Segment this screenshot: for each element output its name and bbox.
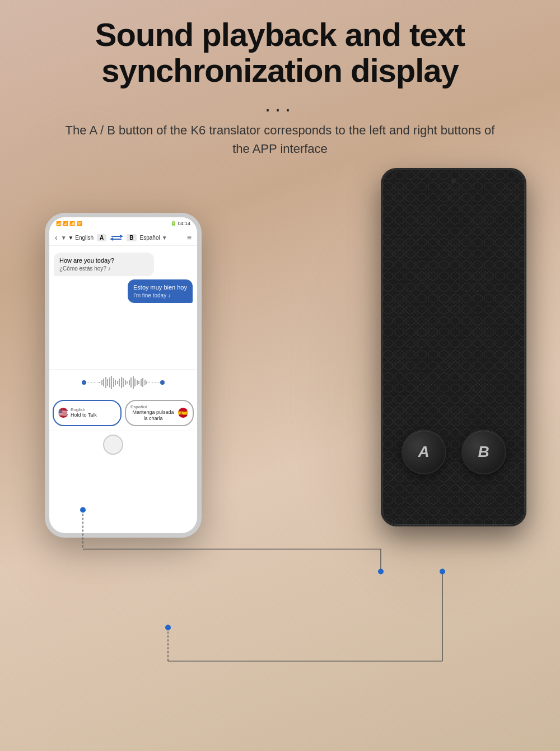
device-buttons: A B [382, 430, 525, 474]
language-a-selector[interactable]: ▼ ▼ English [61, 235, 94, 241]
lang-a-label: ▼ English [68, 235, 94, 241]
phone-body: 📶.📶.📶 🛜 🔋 04:14 ‹ ▼ ▼ English A [45, 213, 202, 538]
waveform [55, 374, 192, 391]
hold-to-talk-b[interactable]: Español Mantenga pulsada la charla 🇪🇸 [125, 400, 194, 426]
app-bottom-buttons: 🇺🇸 English Hold to Talk Español Mantenga… [49, 395, 197, 431]
lang-b-dropdown[interactable]: ▼ [162, 235, 167, 241]
hold-to-talk-a[interactable]: 🇺🇸 English Hold to Talk [53, 400, 122, 426]
message-left-1: How are you today? ¿Cómo estás hoy? ♪ [54, 253, 154, 276]
lang-b-label-btn: Español [130, 404, 176, 409]
menu-icon[interactable]: ≡ [187, 233, 192, 242]
lang-b-label: Español [140, 235, 160, 241]
msg-translation-r1: I'm fine today ♪ [133, 292, 187, 298]
hold-to-talk-b-label: Mantenga pulsada la charla [130, 409, 176, 422]
flag-es: 🇪🇸 [178, 408, 188, 418]
hold-to-talk-a-label: Hold to Talk [71, 412, 97, 418]
waveform-area [49, 369, 197, 395]
title-line1: Sound playback and text [95, 16, 465, 53]
svg-point-8 [165, 625, 171, 631]
dots-row: ... [34, 93, 526, 116]
language-b-selector[interactable]: Español ▼ [140, 235, 167, 241]
subtitle: The A / B button of the K6 translator co… [62, 121, 498, 158]
phone-container: 📶.📶.📶 🛜 🔋 04:14 ‹ ▼ ▼ English A [34, 190, 213, 560]
lang-a-label-btn: English [71, 407, 97, 412]
device-camera [451, 179, 456, 183]
title-line2: synchronization display [101, 52, 459, 88]
waveform-dot-left [82, 380, 86, 385]
chat-area: How are you today? ¿Cómo estás hoy? ♪ Es… [49, 246, 197, 369]
device-button-b[interactable]: B [461, 430, 506, 474]
device-btn-a-label: A [418, 443, 429, 461]
flag-us: 🇺🇸 [58, 408, 68, 418]
badge-a: A [97, 234, 106, 241]
waveform-dot-right [160, 380, 165, 385]
visual-area: 📶.📶.📶 🛜 🔋 04:14 ‹ ▼ ▼ English A [0, 157, 560, 751]
msg-translation-1: ¿Cómo estás hoy? ♪ [59, 265, 148, 272]
time-display: 🔋 04:14 [170, 221, 190, 226]
app-topbar: ‹ ▼ ▼ English A ▶ ◀ [49, 230, 197, 246]
back-button[interactable]: ‹ [55, 233, 58, 242]
msg-text-1: How are you today? [59, 257, 148, 264]
badge-b: B [127, 234, 136, 241]
device-container: A B [364, 168, 543, 560]
content-wrapper: Sound playback and text synchronization … [0, 0, 560, 751]
lang-a-dropdown[interactable]: ▼ [61, 235, 67, 241]
phone-screen: 📶.📶.📶 🛜 🔋 04:14 ‹ ▼ ▼ English A [49, 217, 197, 533]
message-right-1: Estoy muy bien hoy I'm fine today ♪ [128, 279, 193, 303]
phone-home-button[interactable] [103, 435, 123, 455]
svg-point-9 [440, 569, 445, 575]
main-title: Sound playback and text synchronization … [34, 17, 526, 88]
signal-icons: 📶.📶.📶 🛜 [56, 221, 82, 226]
device-button-a[interactable]: A [402, 430, 446, 474]
device-body: A B [381, 168, 526, 526]
svg-point-4 [378, 569, 384, 575]
device-btn-b-label: B [478, 443, 489, 461]
msg-text-r1: Estoy muy bien hoy [133, 284, 187, 291]
header-section: Sound playback and text synchronization … [0, 0, 560, 164]
status-bar: 📶.📶.📶 🛜 🔋 04:14 [49, 217, 197, 230]
